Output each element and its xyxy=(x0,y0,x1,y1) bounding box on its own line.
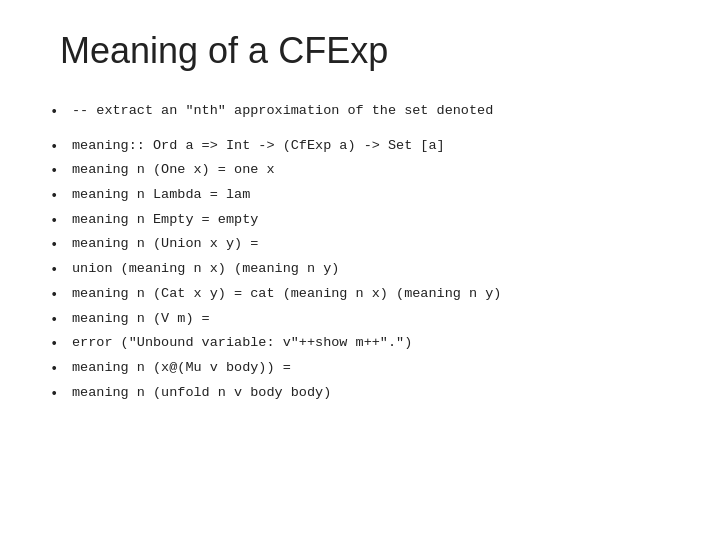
bullet-text: meaning n (x@(Mu v body)) = xyxy=(72,358,670,379)
bullet-text: meaning n (One x) = one x xyxy=(72,160,670,181)
bullet-dot: • xyxy=(50,185,72,208)
bullet-dot: • xyxy=(50,284,72,307)
bullet-dot: • xyxy=(50,259,72,282)
bullet-text: meaning n Empty = empty xyxy=(72,210,670,231)
bullet-list: •-- extract an "nth" approximation of th… xyxy=(50,100,670,406)
bullet-dot: • xyxy=(50,136,72,159)
list-item: • meaning n (unfold n v body body) xyxy=(50,382,670,407)
bullet-text: meaning n (unfold n v body body) xyxy=(72,383,670,404)
list-item: •-- extract an "nth" approximation of th… xyxy=(50,100,670,125)
list-item: • union (meaning n x) (meaning n y) xyxy=(50,258,670,283)
bullet-text: meaning n Lambda = lam xyxy=(72,185,670,206)
bullet-text: -- extract an "nth" approximation of the… xyxy=(72,101,670,122)
list-item: •meaning n (Union x y) = xyxy=(50,233,670,258)
list-item: •meaning:: Ord a => Int -> (CfExp a) -> … xyxy=(50,135,670,160)
bullet-dot: • xyxy=(50,210,72,233)
bullet-dot: • xyxy=(50,101,72,124)
list-item: •meaning n Empty = empty xyxy=(50,209,670,234)
list-item: • error ("Unbound variable: v"++show m++… xyxy=(50,332,670,357)
list-item: •meaning n Lambda = lam xyxy=(50,184,670,209)
list-item: •meaning n (x@(Mu v body)) = xyxy=(50,357,670,382)
bullet-dot: • xyxy=(50,160,72,183)
bullet-text: error ("Unbound variable: v"++show m++".… xyxy=(72,333,670,354)
bullet-text: union (meaning n x) (meaning n y) xyxy=(72,259,670,280)
slide: Meaning of a CFExp •-- extract an "nth" … xyxy=(0,0,720,540)
bullet-text: meaning:: Ord a => Int -> (CfExp a) -> S… xyxy=(72,136,670,157)
list-item: •meaning n (V m) = xyxy=(50,308,670,333)
bullet-dot: • xyxy=(50,358,72,381)
bullet-text: meaning n (Cat x y) = cat (meaning n x) … xyxy=(72,284,670,305)
list-item: •meaning n (One x) = one x xyxy=(50,159,670,184)
bullet-dot: • xyxy=(50,234,72,257)
slide-title: Meaning of a CFExp xyxy=(50,30,670,72)
spacer xyxy=(50,125,670,135)
bullet-text: meaning n (Union x y) = xyxy=(72,234,670,255)
bullet-dot: • xyxy=(50,333,72,356)
list-item: •meaning n (Cat x y) = cat (meaning n x)… xyxy=(50,283,670,308)
bullet-dot: • xyxy=(50,309,72,332)
bullet-dot: • xyxy=(50,383,72,406)
bullet-text: meaning n (V m) = xyxy=(72,309,670,330)
